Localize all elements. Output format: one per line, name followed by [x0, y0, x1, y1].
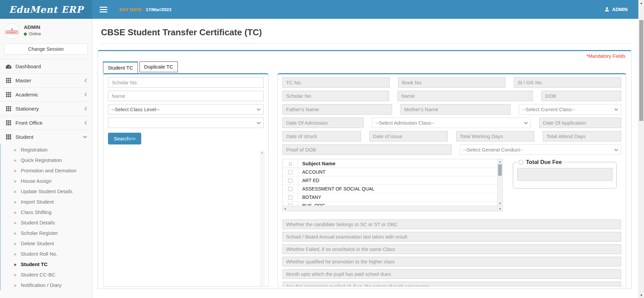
sidebar-item-master[interactable]: Master — [0, 73, 92, 87]
subject-checkbox[interactable] — [288, 204, 292, 206]
scrollbar-thumb[interactable] — [639, 20, 643, 121]
grid-icon — [5, 134, 12, 139]
total-due-fee-fieldset: Total Due Fee — [513, 159, 617, 188]
avatar: ✻ EDUMENT — [4, 23, 20, 39]
double-angle-icon: » — [14, 262, 16, 267]
header-user-menu[interactable]: ADMIN — [604, 7, 628, 12]
sidebar-item-academic[interactable]: Academic — [0, 87, 92, 101]
submenu-label: Promotion and Demotion — [21, 168, 76, 173]
subject-table-vscrollbar[interactable]: ▲ ▼ — [497, 159, 502, 206]
double-angle-icon: » — [14, 168, 16, 173]
subject-name: ACCOUNT — [298, 169, 325, 175]
submenu-item-student-cc-bc[interactable]: »Student CC-BC — [1, 269, 92, 280]
dashboard-icon — [5, 64, 12, 69]
submenu-label: Student Details — [21, 220, 55, 225]
search-results-area: ▲ — [108, 150, 264, 283]
double-angle-icon: » — [14, 241, 16, 246]
submenu-item-student-tc[interactable]: »Student TC — [1, 259, 92, 269]
sidebar: ✻ EDUMENT ADMIN Online Change Session Da… — [0, 19, 92, 298]
sidebar-menu: Dashboard Master Academic — [0, 59, 92, 144]
submenu-item-registration[interactable]: »Registration — [1, 144, 92, 155]
subject-name: BOTANY — [298, 195, 321, 200]
book-no-field — [398, 77, 505, 88]
subject-checkbox[interactable] — [288, 187, 292, 191]
day-date-label: DAY DATE : — [119, 7, 145, 12]
sidebar-item-label: Student — [15, 134, 33, 140]
scholar-no-input[interactable] — [108, 77, 264, 88]
double-angle-icon: » — [14, 220, 16, 225]
table-row: BOTANY — [283, 193, 497, 202]
class-section-select[interactable] — [108, 118, 264, 128]
sidebar-item-front-office[interactable]: Front Office — [0, 116, 92, 130]
submenu-item-student-roll-no[interactable]: »Student Roll No. — [1, 249, 92, 259]
subject-table-hscrollbar[interactable]: ◂ ▸ — [283, 206, 502, 211]
subject-name-header: Subject Name — [298, 161, 335, 166]
hamburger-menu-icon[interactable] — [98, 5, 109, 14]
submenu-item-house-assign[interactable]: »House Assign — [1, 176, 92, 186]
grid-icon — [5, 92, 12, 97]
brand-logo[interactable]: EduMent ERP — [0, 0, 92, 19]
double-angle-icon: » — [14, 283, 16, 288]
tc-details-panel: --Select Current Class-- --Select Admiss… — [277, 73, 626, 287]
change-session-button[interactable]: Change Session — [4, 43, 88, 55]
submenu-item-class-shifting[interactable]: »Class Shifting — [1, 207, 92, 217]
subject-checkbox[interactable] — [288, 195, 292, 200]
scroll-down-icon[interactable]: ▼ — [639, 292, 644, 298]
tc-no-field — [282, 77, 390, 88]
chevron-left-icon — [84, 92, 87, 97]
total-due-fee-field — [517, 168, 612, 181]
scrollbar-thumb[interactable] — [498, 164, 502, 176]
scroll-right-icon[interactable]: ▸ — [499, 207, 501, 210]
submenu-item-scholar-register[interactable]: »Scholar Register — [1, 228, 92, 238]
scroll-up-icon[interactable]: ▲ — [639, 0, 644, 6]
sidebar-item-stationery[interactable]: Stationery — [0, 101, 92, 116]
submenu-item-notification-diary[interactable]: »Notification / Diary — [1, 280, 92, 290]
results-scrollbar[interactable]: ▲ — [260, 150, 265, 286]
fee-concession-field — [282, 282, 621, 287]
scroll-up-icon[interactable]: ▲ — [497, 159, 502, 164]
qualified-promotion-field — [282, 257, 621, 266]
student-name-field — [397, 91, 533, 101]
name-input[interactable] — [108, 91, 264, 101]
scroll-down-icon[interactable]: ▼ — [497, 201, 502, 206]
submenu-item-promotion-and-demotion[interactable]: »Promotion and Demotion — [1, 165, 92, 176]
sidebar-item-dashboard[interactable]: Dashboard — [0, 59, 92, 73]
general-conduct-select: --Select General Conduct-- — [460, 144, 622, 155]
submenu-item-quick-registration[interactable]: »Quick Registration — [1, 155, 92, 165]
page-scrollbar[interactable]: ▲ ▼ — [638, 0, 644, 298]
board-exam-result-field — [282, 232, 621, 242]
sidebar-item-student[interactable]: Student — [0, 130, 92, 144]
scroll-up-icon[interactable]: ▲ — [260, 150, 265, 155]
user-icon — [604, 7, 609, 12]
subject-rows: ACCOUNT ART ED ASSESSMENT OF SOCIAL QUAL — [283, 168, 497, 206]
day-date-value: 17/Mar/2023 — [146, 7, 172, 12]
submenu-label: Class Shifting — [21, 209, 52, 215]
double-angle-icon: » — [14, 210, 16, 215]
page: EduMent ERP DAY DATE : 17/Mar/2023 ADMIN… — [0, 0, 638, 298]
date-of-admission-field — [282, 118, 364, 128]
logo-text: EDUMENT — [6, 31, 18, 34]
submenu-item-import-student[interactable]: »Import Student — [1, 197, 92, 207]
tab-student-tc[interactable]: Student TC — [103, 61, 138, 73]
subject-name: ASSESSMENT OF SOCIAL QUAL — [298, 186, 375, 191]
search-button[interactable]: Search>> — [108, 133, 141, 144]
table-row: ART ED — [283, 176, 497, 185]
date-of-issue-field — [369, 131, 448, 141]
scroll-left-icon[interactable]: ◂ — [284, 207, 286, 210]
table-row: BUS. ORG — [283, 202, 497, 206]
double-angle-icon: » — [14, 272, 16, 278]
class-level-select[interactable]: --Select Class Level-- — [108, 104, 264, 115]
subject-checkbox[interactable] — [288, 178, 292, 183]
failed-same-class-field — [282, 244, 621, 254]
submenu-item-student-details[interactable]: »Student Details — [1, 217, 92, 228]
tab-duplicate-tc[interactable]: Duplicate TC — [140, 61, 178, 72]
submenu-item-update-student-details[interactable]: »Update Student Details — [1, 186, 92, 197]
submenu-item-delete-student[interactable]: »Delete Student — [1, 238, 92, 249]
submenu-label: Notification / Diary — [21, 282, 62, 288]
submenu-label: Student TC — [21, 261, 48, 267]
total-due-fee-checkbox[interactable] — [519, 160, 523, 164]
submenu-label: Delete Student — [21, 241, 54, 246]
subject-name: BUS. ORG — [298, 203, 325, 206]
subject-checkbox[interactable] — [288, 170, 292, 174]
student-submenu: »Registration »Quick Registration »Promo… — [0, 144, 92, 290]
